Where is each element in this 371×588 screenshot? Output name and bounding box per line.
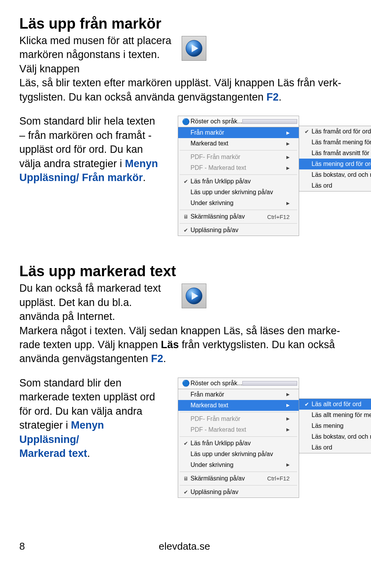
menu-item-label: Läs upp under skrivning på/av — [191, 451, 289, 458]
submenu-item[interactable]: ✔Läs allt ord för ord — [299, 399, 371, 410]
submenu-arrow-icon: ▶ — [286, 392, 289, 397]
submenu-item[interactable]: Läs mening — [299, 420, 371, 431]
context-menu: Från markör▶Markerad text▶PDF- Från mark… — [178, 389, 299, 498]
submenu: ✔Läs allt ord för ordLäs allt mening för… — [299, 398, 371, 453]
menu-top-label: Röster och språk... — [191, 380, 242, 387]
menu-item-label: Från markör — [191, 129, 279, 136]
menu-item[interactable]: PDF - Markerad text▶ — [178, 424, 299, 435]
submenu-item[interactable]: ✔Läs framåt ord för ord — [299, 126, 371, 137]
shortcut-label: Ctrl+F12 — [267, 214, 289, 220]
submenu-item-label: Läs allt ord för ord — [311, 401, 371, 408]
menu-item-label: PDF - Markerad text — [191, 426, 279, 433]
menu-item[interactable]: Under skrivning▶ — [178, 198, 299, 209]
submenu-arrow-icon: ▶ — [286, 130, 289, 135]
submenu-item-label: Läs ord — [311, 444, 371, 451]
menu-item[interactable]: Läs upp under skrivning på/av — [178, 449, 299, 460]
menu-top-row[interactable]: 🔵Röster och språk... — [178, 378, 299, 389]
menu-item-label: Läs från Urklipp på/av — [191, 440, 289, 447]
para-1-strategies: Som standard blir hela texten – från mar… — [19, 114, 162, 185]
submenu-item[interactable]: Läs allt mening för mening — [299, 410, 371, 420]
play-button-icon-2[interactable] — [182, 284, 206, 308]
menu-item-label: Markerad text — [191, 140, 279, 147]
slider-bar[interactable] — [242, 381, 297, 386]
menu-item[interactable]: Under skrivning▶ — [178, 460, 299, 470]
para-2-main: Markera något i texten. Välj sedan knapp… — [19, 324, 352, 366]
submenu-item-label: Läs framåt mening för mening — [311, 139, 371, 146]
check-icon: ✔ — [181, 227, 191, 233]
submenu-arrow-icon: ▶ — [286, 201, 289, 206]
submenu-item-label: Läs framåt avsnitt för avsnitt — [311, 150, 371, 157]
menu-item[interactable]: Markerad text▶ — [178, 138, 299, 149]
footer-site: elevdata.se — [159, 540, 210, 552]
screen-icon: 🖥 — [181, 214, 191, 220]
menu-item-label: Läs upp under skrivning på/av — [191, 189, 289, 196]
heading-2: Läs upp markerad text — [19, 263, 352, 280]
globe-icon: 🔵 — [181, 379, 191, 387]
menu-item[interactable]: ✔Läs från Urklipp på/av — [178, 438, 299, 449]
check-icon: ✔ — [181, 489, 191, 495]
menu-item-label: Skärmläsning på/av — [191, 475, 255, 482]
submenu-arrow-icon: ▶ — [286, 403, 289, 408]
menu-item[interactable]: PDF- Från markör▶ — [178, 414, 299, 424]
shortcut-label: Ctrl+F12 — [267, 475, 289, 482]
submenu-arrow-icon: ▶ — [286, 427, 289, 432]
menu-item[interactable]: Från markör▶ — [178, 127, 299, 138]
submenu-item-label: Läs bokstav, ord och mening — [311, 171, 371, 178]
menu-item[interactable]: Från markör▶ — [178, 389, 299, 400]
menu-item[interactable]: ✔Läs från Urklipp på/av — [178, 176, 299, 187]
submenu-arrow-icon: ▶ — [286, 416, 289, 421]
submenu-item[interactable]: Läs ord — [299, 180, 371, 191]
intro-2a: Du kan också få markerad text uppläst. D… — [19, 281, 174, 323]
menu-item[interactable]: Markerad text▶ — [178, 400, 299, 411]
intro-1b: Läs, så blir texten efter markören upplä… — [19, 76, 352, 104]
menu-top-label: Röster och språk... — [191, 118, 242, 125]
menu-screenshot-1: 🔵Röster och språk...Från markör▶Markerad… — [178, 116, 299, 236]
submenu-arrow-icon: ▶ — [286, 166, 289, 171]
menu-item[interactable]: PDF- Från markör▶ — [178, 152, 299, 162]
submenu: ✔Läs framåt ord för ordLäs framåt mening… — [299, 126, 371, 191]
slider-bar[interactable] — [242, 119, 297, 124]
menu-item-label: Markerad text — [191, 402, 279, 409]
submenu-item[interactable]: Läs framåt avsnitt för avsnitt — [299, 148, 371, 159]
submenu-item-label: Läs mening ord för ord — [311, 161, 371, 168]
page-number: 8 — [19, 540, 25, 552]
menu-item-label: Uppläsning på/av — [191, 227, 289, 234]
submenu-item[interactable]: Läs mening ord för ord — [299, 159, 371, 169]
submenu-item[interactable]: Läs framåt mening för mening — [299, 137, 371, 148]
submenu-item-label: Läs allt mening för mening — [311, 412, 371, 419]
check-icon: ✔ — [302, 401, 311, 407]
menu-item-label: Uppläsning på/av — [191, 489, 289, 496]
menu-item-label: Läs från Urklipp på/av — [191, 178, 289, 185]
menu-item[interactable]: ✔Uppläsning på/av — [178, 487, 299, 497]
context-menu: Från markör▶Markerad text▶PDF- Från mark… — [178, 127, 299, 236]
submenu-arrow-icon: ▶ — [286, 462, 289, 467]
globe-icon: 🔵 — [181, 118, 191, 125]
menu-item-label: PDF - Markerad text — [191, 164, 279, 171]
screen-icon: 🖥 — [181, 475, 191, 482]
menu-item[interactable]: Läs upp under skrivning på/av — [178, 187, 299, 198]
submenu-item[interactable]: Läs bokstav, ord och mening — [299, 169, 371, 180]
submenu-item-label: Läs ord — [311, 182, 371, 189]
menu-top-row[interactable]: 🔵Röster och språk... — [178, 116, 299, 127]
submenu-arrow-icon: ▶ — [286, 155, 289, 160]
submenu-item[interactable]: Läs bokstav, ord och mening — [299, 431, 371, 442]
play-button-icon[interactable] — [182, 36, 206, 61]
submenu-arrow-icon: ▶ — [286, 141, 289, 146]
menu-item-label: Under skrivning — [191, 462, 279, 468]
menu-item-label: PDF- Från markör — [191, 154, 279, 161]
submenu-item-label: Läs bokstav, ord och mening — [311, 433, 371, 440]
check-icon: ✔ — [181, 440, 191, 446]
check-icon: ✔ — [302, 128, 311, 135]
menu-item-label: PDF- Från markör — [191, 415, 279, 422]
para-2-strategies: Som standard blir den markerade texten u… — [19, 376, 162, 461]
menu-item[interactable]: ✔Uppläsning på/av — [178, 225, 299, 236]
submenu-item-label: Läs framåt ord för ord — [311, 128, 371, 135]
submenu-item-label: Läs mening — [311, 422, 371, 429]
menu-item[interactable]: 🖥Skärmläsning på/avCtrl+F12 — [178, 473, 299, 484]
menu-item-label: Skärmläsning på/av — [191, 213, 255, 220]
check-icon: ✔ — [181, 178, 191, 185]
menu-screenshot-2: 🔵Röster och språk...Från markör▶Markerad… — [178, 378, 299, 498]
menu-item[interactable]: 🖥Skärmläsning på/avCtrl+F12 — [178, 211, 299, 222]
menu-item[interactable]: PDF - Markerad text▶ — [178, 162, 299, 173]
submenu-item[interactable]: Läs ord — [299, 442, 371, 453]
